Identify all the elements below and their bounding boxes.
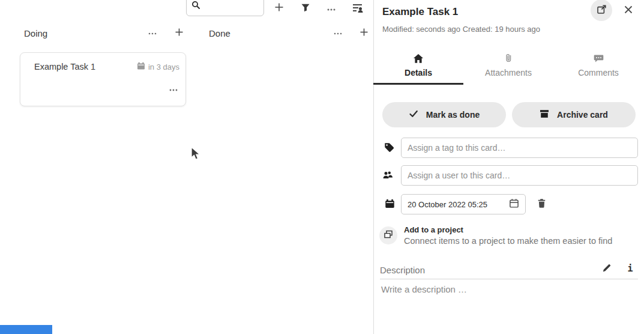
search-field[interactable] bbox=[186, 0, 264, 16]
info-icon: i bbox=[627, 263, 633, 274]
paperclip-icon bbox=[504, 50, 513, 64]
calendar-icon bbox=[137, 62, 145, 72]
calendar-icon bbox=[384, 198, 395, 209]
column-done-more-button[interactable] bbox=[330, 25, 346, 41]
comment-icon bbox=[594, 50, 604, 64]
search-icon bbox=[191, 1, 200, 12]
open-in-window-button[interactable] bbox=[591, 0, 612, 21]
remove-due-date-button[interactable] bbox=[533, 196, 550, 213]
board-more-button[interactable] bbox=[323, 0, 340, 17]
home-icon bbox=[413, 50, 424, 64]
card-title: Example Task 1 bbox=[34, 62, 95, 71]
close-panel-button[interactable] bbox=[622, 5, 634, 17]
close-icon bbox=[624, 5, 633, 17]
column-title-done: Done bbox=[209, 28, 230, 38]
project-windows-icon bbox=[384, 230, 393, 241]
mark-as-done-button[interactable]: Mark as done bbox=[382, 102, 506, 127]
description-placeholder[interactable]: Write a description … bbox=[381, 284, 467, 294]
more-icon bbox=[148, 27, 157, 39]
panel-meta: Modified: seconds ago Created: 19 hours … bbox=[382, 25, 540, 34]
card-more-button[interactable] bbox=[169, 85, 178, 97]
tag-icon bbox=[384, 142, 394, 153]
description-underline bbox=[380, 279, 638, 279]
archive-card-button[interactable]: Archive card bbox=[512, 102, 636, 127]
task-card[interactable]: Example Task 1 in 3 days bbox=[20, 52, 186, 106]
checkmark-icon bbox=[409, 109, 418, 120]
trash-icon bbox=[537, 198, 547, 211]
users-icon bbox=[382, 169, 393, 180]
add-card-button[interactable] bbox=[271, 0, 287, 17]
description-label: Description bbox=[380, 265, 425, 275]
more-icon bbox=[326, 2, 337, 15]
external-link-icon bbox=[597, 4, 607, 17]
filter-button[interactable] bbox=[297, 1, 314, 17]
mouse-cursor bbox=[191, 147, 201, 164]
open-datepicker-button[interactable] bbox=[509, 198, 519, 211]
plus-icon bbox=[360, 28, 369, 39]
more-icon bbox=[333, 27, 343, 39]
archive-icon bbox=[540, 109, 549, 120]
plus-icon bbox=[274, 2, 284, 15]
assign-user-input[interactable] bbox=[401, 165, 638, 186]
add-to-project-button[interactable] bbox=[379, 226, 397, 244]
tab-comments[interactable]: Comments bbox=[553, 50, 643, 85]
add-to-project-title[interactable]: Add to a project bbox=[404, 225, 463, 234]
card-due-date: in 3 days bbox=[137, 62, 179, 72]
assignees-list-icon bbox=[352, 2, 364, 16]
edit-description-button[interactable] bbox=[598, 261, 615, 278]
panel-title: Example Task 1 bbox=[382, 6, 458, 18]
pencil-icon bbox=[602, 263, 612, 275]
add-to-project-subtitle: Connect items to a project to make them … bbox=[404, 236, 612, 246]
background-window-fragment bbox=[0, 325, 52, 334]
plus-icon bbox=[175, 28, 184, 39]
description-info-button[interactable]: i bbox=[622, 260, 639, 277]
tab-attachments[interactable]: Attachments bbox=[463, 50, 553, 85]
assign-tag-input[interactable] bbox=[401, 138, 638, 158]
filter-icon bbox=[301, 3, 310, 15]
active-tab-underline bbox=[373, 83, 463, 85]
column-doing-more-button[interactable] bbox=[144, 25, 161, 41]
due-date-value: 20 October 2022 05:25 bbox=[408, 200, 487, 209]
search-input[interactable] bbox=[202, 1, 260, 16]
column-doing-add-button[interactable] bbox=[170, 25, 187, 41]
tab-details[interactable]: Details bbox=[373, 50, 463, 85]
column-done-add-button[interactable] bbox=[355, 25, 372, 41]
assignees-view-button[interactable] bbox=[349, 1, 366, 17]
column-title-doing: Doing bbox=[24, 28, 47, 38]
due-date-field[interactable]: 20 October 2022 05:25 bbox=[401, 194, 526, 214]
